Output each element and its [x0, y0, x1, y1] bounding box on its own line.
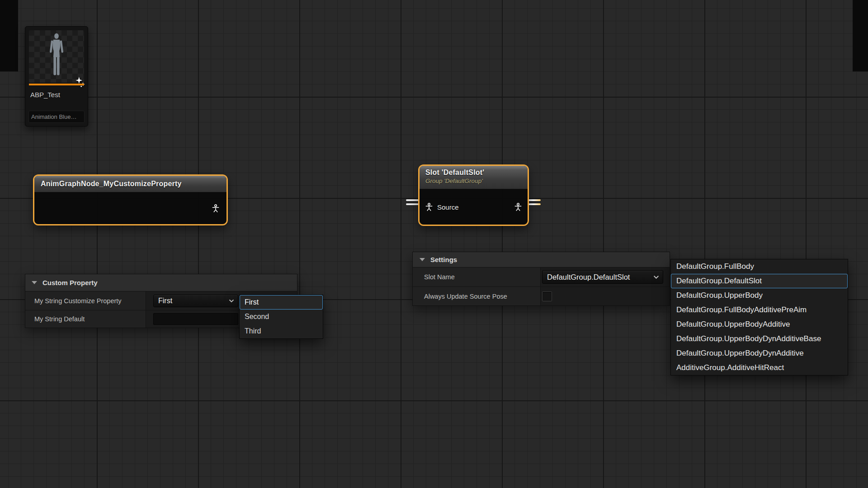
dropdown-selected-value: First	[158, 297, 172, 305]
property-label: Slot Name	[413, 267, 540, 286]
node-body	[34, 192, 226, 224]
my-string-customize-property-dropdown[interactable]: First	[153, 295, 238, 307]
slot-option[interactable]: DefaultGroup.UpperBodyAdditive	[671, 317, 848, 332]
category-expander-icon[interactable]	[32, 281, 37, 284]
category-label: Settings	[430, 256, 457, 263]
asset-card-abp-test[interactable]: ABP_Test Animation Blue…	[25, 26, 88, 127]
slot-name-dropdown[interactable]: DefaultGroup.DefaultSlot	[542, 270, 663, 284]
node-slot-defaultslot[interactable]: Slot 'DefaultSlot' Group 'DefaultGroup' …	[418, 164, 529, 226]
particle-badge-icon	[74, 76, 86, 88]
slot-option[interactable]: AdditiveGroup.AdditiveHitReact	[671, 361, 848, 375]
category-label: Custom Property	[42, 279, 98, 286]
dropdown-option[interactable]: First	[240, 295, 323, 310]
node-header[interactable]: AnimGraphNode_MyCustomizeProperty	[34, 176, 226, 192]
asset-title: ABP_Test	[30, 91, 60, 99]
property-row-always-update-source-pose: Always Update Source Pose	[413, 287, 670, 305]
mannequin-figure-icon	[45, 32, 69, 80]
slot-option[interactable]: DefaultGroup.FullBodyAdditivePreAim	[671, 303, 848, 317]
chevron-down-icon	[653, 275, 659, 279]
chevron-down-icon	[229, 299, 234, 303]
node-subtitle: Group 'DefaultGroup'	[425, 178, 522, 184]
node-body: Source	[420, 189, 528, 225]
dropdown-selected-value: DefaultGroup.DefaultSlot	[547, 273, 630, 282]
pose-output-pin[interactable]	[211, 204, 220, 213]
custom-property-category-header[interactable]: Custom Property	[25, 274, 297, 291]
node-animgraph-customize-property[interactable]: AnimGraphNode_MyCustomizeProperty	[33, 174, 228, 225]
asset-thumbnail	[29, 30, 84, 83]
window-edge-left	[0, 0, 18, 71]
window-edge-right	[853, 0, 868, 71]
slot-option[interactable]: DefaultGroup.UpperBodyDynAdditiveBase	[671, 332, 848, 346]
dropdown-option[interactable]: Third	[240, 324, 323, 338]
property-label: My String Default	[25, 310, 146, 328]
property-label: Always Update Source Pose	[413, 287, 540, 305]
blueprint-graph-canvas[interactable]: ABP_Test Animation Blue… AnimGraphNode_M…	[0, 0, 868, 488]
person-pose-icon	[211, 204, 220, 213]
person-pose-icon	[514, 202, 523, 211]
asset-type-strip: Animation Blue…	[28, 111, 85, 123]
pose-wire-right	[527, 199, 541, 205]
my-string-default-input[interactable]	[153, 313, 238, 325]
slot-option[interactable]: DefaultGroup.FullBody	[671, 259, 848, 274]
node-title: Slot 'DefaultSlot'	[425, 169, 522, 177]
asset-type-label: Animation Blue…	[31, 113, 76, 120]
source-input-pin[interactable]	[425, 202, 434, 211]
settings-panel: Settings Slot Name DefaultGroup.DefaultS…	[412, 252, 670, 306]
property-label: My String Customize Property	[25, 291, 146, 310]
node-title: AnimGraphNode_MyCustomizeProperty	[41, 180, 182, 188]
node-header[interactable]: Slot 'DefaultSlot' Group 'DefaultGroup'	[420, 166, 528, 189]
always-update-source-pose-checkbox[interactable]	[542, 291, 552, 301]
property-row-slot-name: Slot Name DefaultGroup.DefaultSlot	[413, 267, 670, 287]
slot-option[interactable]: DefaultGroup.DefaultSlot	[671, 274, 848, 288]
slot-option[interactable]: DefaultGroup.UpperBody	[671, 288, 848, 303]
string-customize-dropdown-menu: First Second Third	[239, 295, 323, 339]
category-expander-icon[interactable]	[420, 258, 425, 261]
slot-name-dropdown-menu: DefaultGroup.FullBody DefaultGroup.Defau…	[670, 259, 848, 375]
asset-type-color-bar	[29, 84, 84, 85]
person-pose-icon	[425, 202, 434, 211]
slot-option[interactable]: DefaultGroup.UpperBodyDynAdditive	[671, 346, 848, 361]
pose-wire-left	[406, 199, 420, 205]
pose-output-pin[interactable]	[514, 202, 523, 211]
source-pin-label: Source	[437, 203, 459, 211]
dropdown-option[interactable]: Second	[240, 310, 323, 324]
settings-category-header[interactable]: Settings	[413, 252, 670, 267]
